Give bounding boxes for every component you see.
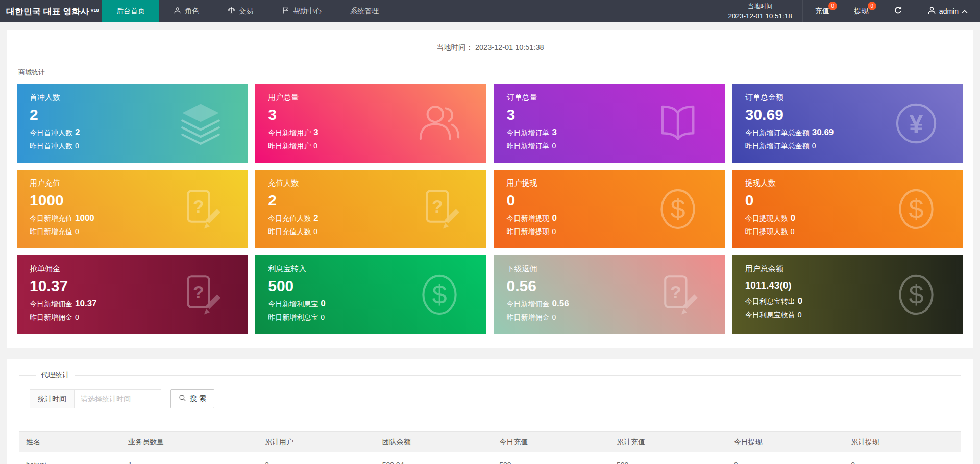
nav-item-system-settings[interactable]: 系统管理	[336, 0, 393, 22]
section-title-mall-stats: 商城统计	[18, 68, 973, 77]
card-line-value: 0	[321, 313, 325, 321]
content-time-label: 当地时间：	[436, 43, 473, 51]
nav-item-roles[interactable]: 角色	[159, 0, 213, 22]
card-line-label: 今日利息宝转出	[745, 297, 795, 305]
card-line-label: 昨日新增提现	[507, 227, 550, 236]
card-line-value: 30.69	[812, 127, 834, 137]
card-line-label: 今日新增订单总金额	[745, 128, 810, 137]
col-team-balance: 团队余额	[375, 432, 493, 452]
card-line-value: 3	[552, 127, 557, 137]
stat-time-label: 统计时间	[30, 389, 75, 408]
card-line-label: 今日新增充值	[30, 214, 72, 222]
card-line-label: 今日新增佣金	[507, 300, 550, 308]
logo-version: V18	[90, 8, 99, 13]
svg-text:?: ?	[670, 282, 681, 302]
stats-panel: 当地时间： 2023-12-01 10:51:38 商城统计 首冲人数 2 今日…	[7, 30, 973, 348]
card-line-label: 昨日首冲人数	[30, 142, 72, 150]
nav-item-label: 后台首页	[116, 7, 145, 16]
withdraw-badge: 0	[868, 2, 876, 10]
card-line-label: 今日提现人数	[745, 214, 788, 222]
card-line-label: 今日新增用户	[268, 128, 311, 137]
stat-card-user-recharge: 用户充值 1000 今日新增充值1000 昨日新增充值0 ?	[17, 170, 248, 248]
card-line-value: 0	[552, 213, 557, 223]
stat-cards-grid: 首冲人数 2 今日首冲人数2 昨日首冲人数0 用户总量 3 今日新增用户3 昨日…	[7, 84, 973, 334]
search-icon	[179, 394, 186, 403]
stat-card-withdraw-users: 提现人数 0 今日提现人数0 昨日提现人数0 $	[732, 170, 963, 248]
card-line-value: 0	[313, 142, 317, 150]
local-time-label: 当地时间	[748, 1, 772, 11]
cell-name: haiwai	[19, 452, 121, 464]
main-menu: 后台首页 角色 交易 帮助中心 系统管理	[102, 0, 393, 22]
cell-salesman-count: 1	[121, 452, 258, 464]
dollar-circle-icon: $	[894, 187, 939, 231]
navbar-local-time: 当地时间 2023-12-01 10:51:18	[718, 0, 802, 22]
doc-question-icon: ?	[178, 187, 223, 231]
stat-card-recharge-users: 充值人数 2 今日充值人数2 昨日充值人数0 ?	[255, 170, 486, 248]
card-line-value: 0	[75, 313, 79, 321]
card-line-label: 今日首冲人数	[30, 128, 72, 137]
card-line-value: 0	[552, 142, 556, 150]
nav-item-trade[interactable]: 交易	[213, 0, 267, 22]
table-header-row: 姓名 业务员数量 累计用户 团队余额 今日充值 累计充值 今日提现 累计提现	[19, 432, 961, 452]
app-logo: 대한민국 대표 영화사 V18	[0, 0, 102, 22]
agent-stats-fieldset: 代理统计 统计时间 搜 索	[19, 371, 961, 418]
dollar-circle-icon: $	[894, 272, 939, 317]
card-line-label: 昨日新增佣金	[507, 313, 550, 321]
person-icon	[927, 6, 936, 16]
col-name: 姓名	[19, 432, 121, 452]
card-line-value: 0	[812, 142, 816, 150]
user-menu[interactable]: admin	[915, 0, 980, 22]
card-line-label: 今日新增佣金	[30, 300, 72, 308]
card-line-value: 0	[791, 227, 795, 236]
nav-item-label: 角色	[185, 7, 199, 16]
nav-item-label: 系统管理	[350, 7, 379, 16]
svg-text:$: $	[909, 194, 923, 224]
cell-team-balance: 509.04	[375, 452, 493, 464]
refresh-button[interactable]	[881, 0, 915, 22]
stat-card-total-orders: 订单总量 3 今日新增订单3 昨日新增订单0	[494, 84, 725, 163]
nav-item-help-center[interactable]: 帮助中心	[267, 0, 336, 22]
card-line-value: 0	[798, 296, 802, 306]
users-icon	[417, 101, 462, 146]
card-line-label: 昨日新增用户	[268, 142, 311, 150]
col-total-withdraw: 累计提现	[844, 432, 961, 452]
card-line-value: 2	[75, 127, 80, 137]
stat-card-total-users: 用户总量 3 今日新增用户3 昨日新增用户0	[255, 84, 486, 163]
agent-panel: 代理统计 统计时间 搜 索 姓名 业务员数量 累计用户 团队余额 今日充值 累计…	[7, 359, 973, 464]
col-today-recharge: 今日充值	[492, 432, 609, 452]
card-line-label: 昨日充值人数	[268, 227, 311, 236]
col-salesman-count: 业务员数量	[121, 432, 258, 452]
cell-today-recharge: 500	[492, 452, 609, 464]
stat-time-input[interactable]	[75, 389, 161, 408]
withdraw-button[interactable]: 提现 0	[842, 0, 881, 22]
dollar-circle-icon: $	[655, 187, 700, 231]
search-button[interactable]: 搜 索	[170, 389, 214, 408]
card-line-value: 0.56	[552, 299, 569, 308]
card-line-value: 0	[552, 313, 556, 321]
card-line-value: 0	[313, 227, 317, 236]
agent-stats-legend: 代理统计	[36, 371, 75, 380]
recharge-button[interactable]: 充值 0	[802, 0, 842, 22]
col-total-users: 累计用户	[258, 432, 375, 452]
svg-text:?: ?	[431, 196, 443, 217]
card-line-label: 今日充值人数	[268, 214, 311, 222]
stat-card-order-total-amount: 订单总金额 30.69 今日新增订单总金额30.69 昨日新增订单总金额0 ¥	[732, 84, 963, 163]
card-line-value: 0	[75, 227, 79, 236]
stat-card-first-recharge-users: 首冲人数 2 今日首冲人数2 昨日首冲人数0	[17, 84, 248, 163]
card-line-label: 今日新增利息宝	[268, 300, 318, 308]
book-icon	[655, 101, 700, 146]
layers-icon	[178, 101, 223, 146]
doc-question-icon: ?	[417, 187, 462, 231]
logo-text: 대한민국 대표 영화사	[6, 6, 89, 17]
svg-text:¥: ¥	[909, 110, 923, 138]
card-line-label: 昨日新增佣金	[30, 313, 72, 321]
svg-text:?: ?	[193, 196, 204, 217]
svg-text:?: ?	[193, 282, 204, 302]
card-line-label: 今日新增提现	[507, 214, 550, 222]
content-time-value: 2023-12-01 10:51:38	[475, 43, 544, 51]
stat-card-interest-transfer-in: 利息宝转入 500 今日新增利息宝0 昨日新增利息宝0 $	[255, 255, 486, 334]
content-local-time: 当地时间： 2023-12-01 10:51:38	[7, 30, 973, 54]
agent-filter-row: 统计时间 搜 索	[30, 389, 950, 408]
card-line-value: 0	[798, 311, 802, 319]
nav-item-dashboard[interactable]: 后台首页	[102, 0, 159, 22]
